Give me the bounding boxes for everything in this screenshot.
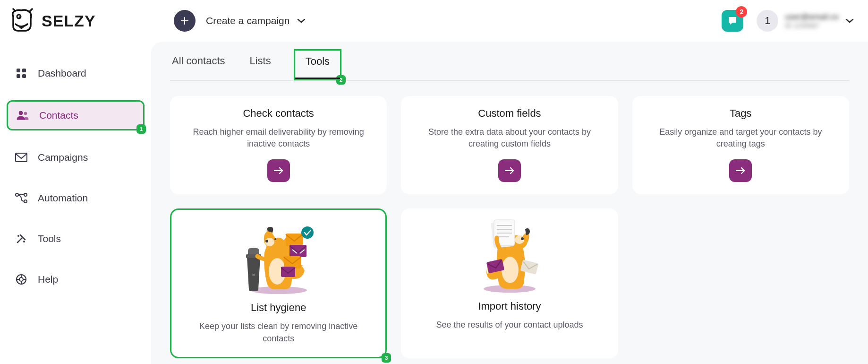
logo-text: SELZY [42,12,96,30]
campaigns-icon [15,151,27,164]
tools-icon [15,233,27,245]
svg-point-12 [17,235,19,237]
sidebar-item-help[interactable]: Help [7,266,145,293]
main-content: All contacts Lists Tools 2 Check contact… [151,42,868,364]
card-desc: Store the extra data about your contacts… [414,126,604,150]
chevron-down-icon [845,18,854,24]
sidebar-item-label: Tools [38,233,61,244]
card-import-history[interactable]: Import history See the results of your c… [401,208,618,358]
svg-point-27 [301,226,314,239]
list-hygiene-illustration: ☠ [238,219,319,295]
tool-cards-grid: Check contacts Reach higher email delive… [170,81,849,358]
sidebar: Dashboard Contacts 1 Campaigns Automatio… [0,42,151,364]
card-desc: Keep your lists clean by removing inacti… [185,321,372,344]
svg-point-21 [265,240,268,243]
user-menu[interactable]: 1 user@email.co ID 1234567 [757,10,854,32]
logo-block[interactable]: SELZY [9,8,150,34]
sidebar-item-campaigns[interactable]: Campaigns [7,144,145,171]
plus-button[interactable] [174,10,196,32]
sidebar-item-label: Campaigns [38,152,88,163]
svg-point-9 [16,193,18,196]
sidebar-item-label: Help [38,274,58,285]
user-id: ID 1234567 [785,22,839,29]
card-title: Custom fields [478,107,541,120]
svg-rect-3 [22,69,26,72]
svg-rect-23 [286,234,303,246]
card-title: List hygiene [251,302,306,314]
content-tabs: All contacts Lists Tools 2 [170,42,849,81]
chat-notification-badge: 2 [736,6,747,17]
empty-grid-cell [632,208,849,358]
svg-rect-8 [16,153,27,162]
card-list-hygiene[interactable]: ☠ [170,208,387,358]
help-icon [15,273,27,286]
svg-point-10 [24,193,27,196]
create-campaign-label[interactable]: Create a campaign [206,15,306,26]
selzy-logo-icon [9,8,34,34]
svg-point-31 [521,237,524,240]
sidebar-item-dashboard[interactable]: Dashboard [7,60,145,87]
step-badge: 1 [136,124,146,134]
tab-lists[interactable]: Lists [248,55,273,80]
svg-rect-26 [281,267,295,277]
card-desc: Easily organize and target your contacts… [646,126,836,150]
svg-point-22 [274,238,276,240]
header-right: 2 1 user@email.co ID 1234567 [722,10,854,32]
tab-label: All contacts [172,55,225,67]
automation-icon [15,192,27,204]
import-history-illustration [469,218,550,294]
card-custom-fields[interactable]: Custom fields Store the extra data about… [401,96,618,194]
tab-label: Lists [250,55,271,67]
arrow-button[interactable] [267,159,290,182]
arrow-button[interactable] [729,159,752,182]
create-campaign-dropdown[interactable]: Create a campaign [174,10,306,32]
sidebar-item-label: Automation [38,192,88,204]
card-desc: Reach higher email deliverability by rem… [183,126,374,150]
svg-rect-5 [22,74,26,78]
svg-rect-4 [17,74,20,78]
user-info: user@email.co ID 1234567 [785,12,839,29]
arrow-button[interactable] [498,159,521,182]
card-desc: See the results of your contact uploads [436,319,583,331]
card-title: Import history [478,300,541,312]
svg-point-15 [19,277,23,281]
user-email: user@email.co [785,12,839,22]
dashboard-icon [15,67,27,79]
card-tags[interactable]: Tags Easily organize and target your con… [632,96,849,194]
avatar: 1 [757,10,778,32]
svg-point-7 [24,112,27,115]
svg-rect-24 [289,245,306,257]
arrow-right-icon [504,167,515,174]
chat-icon [727,15,738,26]
step-badge: 3 [382,353,391,363]
tab-tools[interactable]: Tools 2 [294,49,341,80]
arrow-right-icon [735,167,746,174]
app-header: SELZY Create a campaign 2 1 user@email.c… [0,0,868,42]
sidebar-item-contacts[interactable]: Contacts 1 [7,100,145,130]
sidebar-item-label: Contacts [39,110,78,121]
contacts-icon [17,109,29,121]
svg-point-11 [24,200,27,203]
plus-icon [180,17,189,25]
create-campaign-text: Create a campaign [206,15,289,26]
svg-point-6 [19,111,23,115]
svg-point-1 [19,17,20,18]
tab-all-contacts[interactable]: All contacts [170,55,227,80]
arrow-right-icon [273,167,284,174]
svg-point-13 [23,241,25,243]
card-title: Check contacts [243,107,314,120]
svg-rect-2 [17,69,20,72]
step-badge: 2 [336,75,346,85]
card-check-contacts[interactable]: Check contacts Reach higher email delive… [170,96,387,194]
svg-point-29 [502,257,519,283]
sidebar-item-tools[interactable]: Tools [7,225,145,252]
sidebar-item-automation[interactable]: Automation [7,184,145,212]
svg-text:☠: ☠ [252,272,255,277]
tab-label: Tools [306,55,330,67]
chat-button[interactable]: 2 [722,10,743,32]
card-title: Tags [730,107,751,120]
sidebar-item-label: Dashboard [38,68,86,79]
chevron-down-icon [297,18,306,24]
